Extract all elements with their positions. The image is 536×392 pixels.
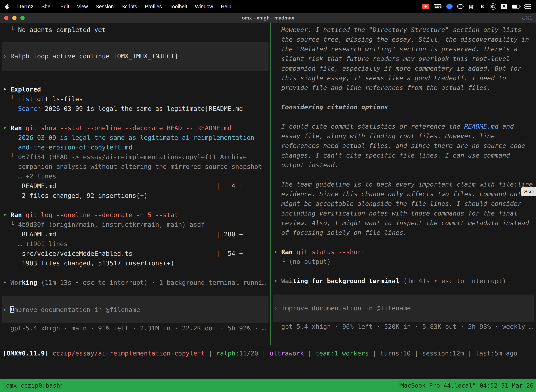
- text-segment: •: [3, 279, 10, 286]
- text-cursor: I: [10, 306, 14, 313]
- input-source-icon[interactable]: A: [501, 4, 507, 9]
- battery-percent-icon[interactable]: 61: [490, 3, 496, 10]
- terminal-line: The team guideline is to back every impo…: [274, 179, 536, 189]
- text-segment: •: [3, 86, 10, 93]
- screen-recording-icon[interactable]: [422, 4, 429, 9]
- blank-line: [3, 268, 270, 278]
- blank-line: [3, 201, 270, 210]
- text-segment: Wai: [281, 277, 293, 285]
- text-segment: └: [3, 221, 18, 228]
- blank-line: [274, 170, 536, 179]
- window-title: omx --xhigh --madmax: [242, 15, 294, 21]
- terminal-line: However, I noticed the "Directory Struct…: [274, 25, 536, 35]
- text-segment: [274, 26, 281, 33]
- menu-profiles[interactable]: Profiles: [145, 4, 162, 9]
- terminal-line: 1903 files changed, 513517 insertions(+): [3, 258, 270, 268]
- terminal-line: provide file and line references from th…: [274, 83, 536, 93]
- terminal-line: • Ran git status --short: [274, 247, 536, 257]
- text-segment: [37, 279, 41, 286]
- text-segment: [3, 134, 18, 141]
- text-segment: Ran: [10, 124, 22, 131]
- text-segment: evidence. Since this change only affects…: [281, 190, 533, 198]
- text-segment: slight risk that future readers may over…: [281, 55, 510, 62]
- text-segment: |: [411, 350, 422, 357]
- text-segment: [274, 190, 281, 198]
- menu-window[interactable]: Window: [195, 4, 213, 9]
- left-terminal-pane[interactable]: └ No agents completed yet› Ralph loop ac…: [0, 23, 270, 345]
- terminal-line: companion file, especially if more comme…: [274, 64, 536, 73]
- command-input[interactable]: › Improve documentation in @filename: [2, 296, 268, 323]
- text-segment: essay file, along with finding root file…: [281, 132, 495, 140]
- text-segment: └: [3, 26, 18, 33]
- text-segment: [274, 36, 281, 43]
- menu-shell[interactable]: Shell: [41, 4, 53, 9]
- text-segment: the source tree, missing the essay. Stil…: [281, 36, 529, 43]
- text-segment: 2 files changed, 92 insertions(+): [3, 192, 148, 199]
- menu-scripts[interactable]: Scripts: [121, 4, 137, 9]
- zoom-button[interactable]: [20, 16, 25, 20]
- minimize-button[interactable]: [12, 16, 17, 20]
- text-segment: Explored: [10, 86, 41, 93]
- text-segment: src/voice/voiceModeEnabled.ts | 54 +: [3, 250, 243, 257]
- terminal-line: slight risk that future readers may over…: [274, 54, 536, 64]
- text-segment: ting for background terminal: [293, 277, 399, 285]
- text-segment: [274, 229, 281, 236]
- text-segment: |: [464, 350, 475, 357]
- text-segment: [274, 219, 281, 227]
- text-segment: [274, 161, 281, 169]
- terminal-line: output instead.: [274, 160, 536, 170]
- right-terminal-pane[interactable]: However, I noticed the "Directory Struct…: [271, 23, 536, 345]
- apple-icon[interactable]: [5, 4, 10, 9]
- terminal-line: README.md | 280 +: [3, 229, 270, 239]
- menu-view[interactable]: View: [77, 4, 88, 9]
- app-grid-icon[interactable]: ▦: [468, 3, 474, 10]
- menu-session[interactable]: Session: [96, 4, 114, 9]
- clip-icon[interactable]: 8: [479, 3, 485, 10]
- menu-help[interactable]: Help: [221, 4, 231, 9]
- terminal-line: the source tree, missing the essay. Stil…: [274, 35, 536, 44]
- close-button[interactable]: [4, 16, 9, 20]
- text-segment: 067f154 (HEAD -> essay/ai-reimplementati…: [18, 153, 247, 160]
- terminal-line: references need actual files, and since …: [274, 141, 536, 150]
- text-segment: [274, 142, 281, 149]
- terminal-line: might be acceptable alongside the file l…: [274, 199, 536, 209]
- keyboard-icon[interactable]: ⌨: [434, 3, 442, 10]
- text-segment: ›: [3, 52, 10, 60]
- text-segment: ›: [3, 306, 10, 313]
- text-segment: [399, 277, 403, 285]
- text-segment: [OMX#0.11.9]: [3, 350, 53, 357]
- text-segment: |: [304, 350, 315, 357]
- text-segment: [274, 103, 281, 111]
- text-segment: ›: [274, 304, 281, 312]
- text-segment: [293, 248, 297, 256]
- terminal-line: └ 4b9d30f (origin/main, instructkr/main,…: [3, 220, 270, 229]
- terminal-line: essay file, along with finding root file…: [274, 131, 536, 141]
- menu-app-name[interactable]: iTerm2: [17, 4, 34, 9]
- text-segment: [274, 132, 281, 140]
- text-segment: … +1901 lines: [3, 240, 67, 247]
- text-segment: •: [3, 124, 10, 131]
- command-input[interactable]: › Improve documentation in @filename: [273, 294, 534, 322]
- text-segment: └: [3, 95, 18, 103]
- blank-line: [274, 238, 536, 247]
- terminal-line: gpt-5.4 xhigh · main · 91% left · 2.31M …: [3, 323, 270, 333]
- menu-edit[interactable]: Edit: [60, 4, 69, 9]
- text-segment: [3, 173, 18, 180]
- terminal-line: gpt-5.4 xhigh · 96% left · 520K in · 5.8…: [274, 322, 536, 331]
- text-segment: |: [369, 350, 380, 357]
- menu-toolbelt[interactable]: Toolbelt: [170, 4, 187, 9]
- battery-icon[interactable]: [512, 5, 520, 9]
- screen-overlay-button[interactable]: Scre: [521, 187, 536, 196]
- blank-line: [274, 266, 536, 276]
- terminal-line: … +1901 lines: [3, 239, 270, 249]
- control-center-icon[interactable]: [524, 4, 531, 9]
- text-segment: Ran: [10, 211, 22, 219]
- text-segment: |: [205, 350, 216, 357]
- moon-icon[interactable]: [457, 4, 464, 9]
- menubar: iTerm2 ShellEditViewSessionScriptsProfil…: [0, 0, 536, 13]
- text-segment: team:1 workers: [315, 350, 368, 357]
- text-segment: List: [18, 95, 34, 103]
- text-segment: (1m 41s • esc to interrupt): [403, 277, 506, 285]
- swift-icon[interactable]: [446, 4, 453, 9]
- text-segment: changes, I can't cite specific file line…: [281, 152, 510, 159]
